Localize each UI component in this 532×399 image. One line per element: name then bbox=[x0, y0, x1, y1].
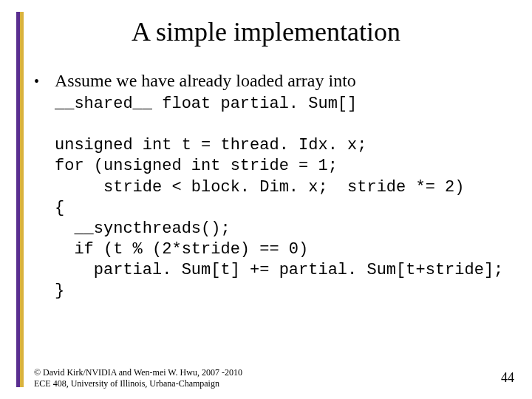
slide: A simple implementation • Assume we have… bbox=[0, 0, 532, 399]
code-line: for (unsigned int stride = 1; bbox=[55, 157, 338, 175]
code-line: if (t % (2*stride) == 0) bbox=[55, 240, 308, 259]
bullet-text: Assume we have already loaded array into bbox=[55, 71, 517, 91]
slide-body: • Assume we have already loaded array in… bbox=[34, 71, 517, 302]
code-line: unsigned int t = thread. Idx. x; bbox=[55, 136, 366, 154]
code-line: { bbox=[55, 199, 64, 217]
code-line: __syncthreads(); bbox=[55, 219, 231, 238]
code-block: __shared__ float partial. Sum[] unsigned… bbox=[55, 94, 517, 302]
code-line: __shared__ float partial. Sum[] bbox=[55, 95, 357, 113]
footer-line2: ECE 408, University of Illinois, Urbana-… bbox=[34, 378, 242, 389]
footer: © David Kirk/NVIDIA and Wen-mei W. Hwu, … bbox=[34, 367, 242, 389]
bullet-row: • Assume we have already loaded array in… bbox=[34, 71, 517, 91]
slide-title: A simple implementation bbox=[0, 16, 532, 47]
code-line: partial. Sum[t] += partial. Sum[t+stride… bbox=[55, 261, 503, 279]
code-line: } bbox=[55, 282, 64, 300]
bullet-dot: • bbox=[34, 74, 55, 89]
side-stripe bbox=[16, 12, 24, 387]
stripe-gold bbox=[20, 12, 24, 387]
code-line: stride < block. Dim. x; stride *= 2) bbox=[55, 178, 465, 197]
page-number: 44 bbox=[501, 370, 514, 386]
footer-line1: © David Kirk/NVIDIA and Wen-mei W. Hwu, … bbox=[34, 367, 242, 378]
